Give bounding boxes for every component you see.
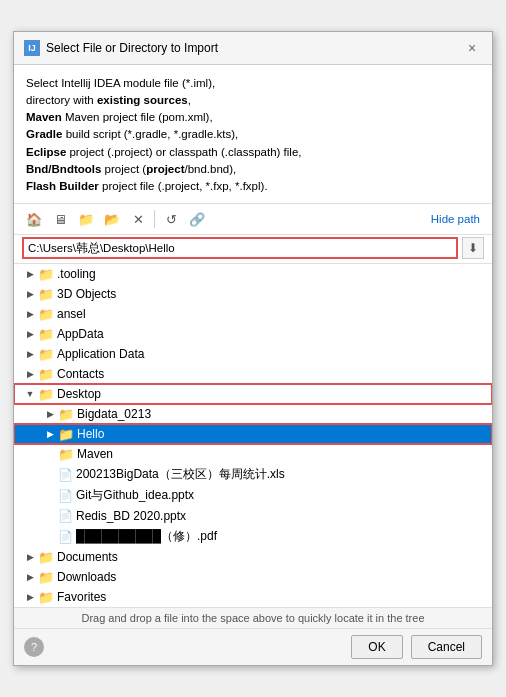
tree-item-maven[interactable]: ▶ 📁 Maven: [14, 444, 492, 464]
folder-icon-downloads: 📁: [38, 570, 54, 585]
tree-item-desktop[interactable]: ▼ 📁 Desktop: [14, 384, 492, 404]
expand-bigdata: ▶: [42, 406, 58, 422]
expand-desktop: ▼: [22, 386, 38, 402]
toolbar-separator: [154, 210, 155, 228]
help-button[interactable]: ?: [24, 637, 44, 657]
dialog-title: Select File or Directory to Import: [46, 41, 218, 55]
expand-contacts: ▶: [22, 366, 38, 382]
tree-item-file3[interactable]: ▶ 📄 Redis_BD 2020.pptx: [14, 506, 492, 526]
expand-ansel: ▶: [22, 306, 38, 322]
desc-bold-gradle: Gradle: [26, 128, 62, 140]
folder-icon-tooling: 📁: [38, 267, 54, 282]
folder-icon-bigdata: 📁: [58, 407, 74, 422]
folder-icon-3dobjects: 📁: [38, 287, 54, 302]
label-ansel: ansel: [57, 307, 86, 321]
tree-item-3dobjects[interactable]: ▶ 📁 3D Objects: [14, 284, 492, 304]
path-row: ⬇: [14, 235, 492, 264]
tree-item-contacts[interactable]: ▶ 📁 Contacts: [14, 364, 492, 384]
file-icon-pdf: 📄: [58, 530, 73, 544]
tree-item-appdata[interactable]: ▶ 📁 AppData: [14, 324, 492, 344]
folder-new-button[interactable]: 📁: [74, 208, 98, 230]
tree-item-documents[interactable]: ▶ 📁 Documents: [14, 547, 492, 567]
footer-buttons: OK Cancel: [351, 635, 482, 659]
ok-button[interactable]: OK: [351, 635, 402, 659]
label-file2: Git与Github_idea.pptx: [76, 487, 194, 504]
expand-favorites: ▶: [22, 589, 38, 605]
folder-icon-maven: 📁: [58, 447, 74, 462]
label-appdata: AppData: [57, 327, 104, 341]
tree-item-downloads[interactable]: ▶ 📁 Downloads: [14, 567, 492, 587]
expand-downloads: ▶: [22, 569, 38, 585]
label-file1: 200213BigData（三校区）每周统计.xls: [76, 466, 285, 483]
label-tooling: .tooling: [57, 267, 96, 281]
desc-bold-project: project: [146, 163, 184, 175]
tree-item-bigdata[interactable]: ▶ 📁 Bigdata_0213: [14, 404, 492, 424]
hide-path-button[interactable]: Hide path: [427, 211, 484, 227]
tree-item-appdata2[interactable]: ▶ 📁 Application Data: [14, 344, 492, 364]
folder-icon-ansel: 📁: [38, 307, 54, 322]
label-3dobjects: 3D Objects: [57, 287, 116, 301]
delete-button[interactable]: ✕: [126, 208, 150, 230]
folder-open-button[interactable]: 📂: [100, 208, 124, 230]
path-download-button[interactable]: ⬇: [462, 237, 484, 259]
tree-item-file2[interactable]: ▶ 📄 Git与Github_idea.pptx: [14, 485, 492, 506]
desc-bold-maven: Maven: [26, 111, 62, 123]
label-appdata2: Application Data: [57, 347, 144, 361]
label-documents: Documents: [57, 550, 118, 564]
label-file3: Redis_BD 2020.pptx: [76, 509, 186, 523]
file-icon-pptx2: 📄: [58, 509, 73, 523]
tree-item-hello[interactable]: ▶ 📁 Hello: [14, 424, 492, 444]
desktop-button[interactable]: 🖥: [48, 208, 72, 230]
tree-item-file1[interactable]: ▶ 📄 200213BigData（三校区）每周统计.xls: [14, 464, 492, 485]
desc-bold-existing: existing sources: [97, 94, 188, 106]
status-bar: Drag and drop a file into the space abov…: [14, 607, 492, 628]
link-button[interactable]: 🔗: [185, 208, 209, 230]
desc-bold-flash: Flash Builder: [26, 180, 99, 192]
expand-appdata: ▶: [22, 326, 38, 342]
main-dialog: IJ Select File or Directory to Import × …: [13, 31, 493, 667]
tree-item-ansel[interactable]: ▶ 📁 ansel: [14, 304, 492, 324]
refresh-button[interactable]: ↺: [159, 208, 183, 230]
status-text: Drag and drop a file into the space abov…: [81, 612, 424, 624]
label-contacts: Contacts: [57, 367, 104, 381]
folder-icon-desktop: 📁: [38, 387, 54, 402]
tree-item-file4[interactable]: ▶ 📄 ██████████（修）.pdf: [14, 526, 492, 547]
folder-icon-documents: 📁: [38, 550, 54, 565]
folder-icon-appdata: 📁: [38, 327, 54, 342]
folder-icon-favorites: 📁: [38, 590, 54, 605]
expand-hello: ▶: [42, 426, 58, 442]
desc-line1: Select Intellij IDEA module file (*.iml)…: [26, 77, 215, 89]
path-input[interactable]: [22, 237, 458, 259]
label-file4: ██████████（修）.pdf: [76, 528, 217, 545]
toolbar: 🏠 🖥 📁 📂 ✕ ↺ 🔗 Hide path: [14, 204, 492, 235]
home-button[interactable]: 🏠: [22, 208, 46, 230]
app-icon: IJ: [24, 40, 40, 56]
label-favorites: Favorites: [57, 590, 106, 604]
close-button[interactable]: ×: [462, 38, 482, 58]
label-hello: Hello: [77, 427, 104, 441]
cancel-button[interactable]: Cancel: [411, 635, 482, 659]
tree-item-favorites[interactable]: ▶ 📁 Favorites: [14, 587, 492, 607]
tree-area[interactable]: ▶ 📁 .tooling ▶ 📁 3D Objects ▶ 📁 ansel ▶ …: [14, 264, 492, 607]
description-area: Select Intellij IDEA module file (*.iml)…: [14, 65, 492, 205]
folder-icon-appdata2: 📁: [38, 347, 54, 362]
title-bar-left: IJ Select File or Directory to Import: [24, 40, 218, 56]
tree-item-tooling[interactable]: ▶ 📁 .tooling: [14, 264, 492, 284]
label-downloads: Downloads: [57, 570, 116, 584]
title-bar: IJ Select File or Directory to Import ×: [14, 32, 492, 65]
desc-line3: Maven project file (pom.xml),: [65, 111, 213, 123]
label-maven: Maven: [77, 447, 113, 461]
folder-icon-contacts: 📁: [38, 367, 54, 382]
folder-icon-hello: 📁: [58, 427, 74, 442]
expand-3dobjects: ▶: [22, 286, 38, 302]
expand-appdata2: ▶: [22, 346, 38, 362]
desc-bold-eclipse: Eclipse: [26, 146, 66, 158]
desc-bold-bnd: Bnd/Bndtools: [26, 163, 101, 175]
label-desktop: Desktop: [57, 387, 101, 401]
label-bigdata: Bigdata_0213: [77, 407, 151, 421]
expand-documents: ▶: [22, 549, 38, 565]
file-icon-pptx1: 📄: [58, 489, 73, 503]
footer: ? OK Cancel: [14, 628, 492, 665]
file-icon-xls: 📄: [58, 468, 73, 482]
expand-tooling: ▶: [22, 266, 38, 282]
